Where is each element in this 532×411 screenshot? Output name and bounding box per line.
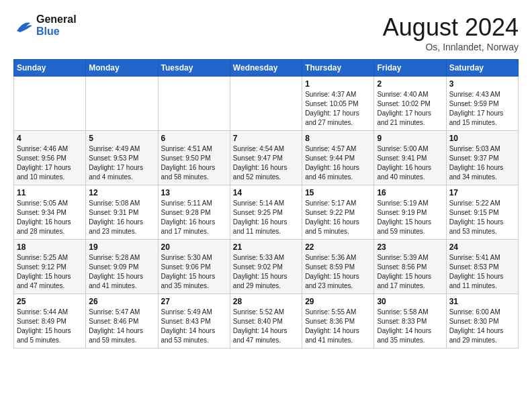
calendar-cell: 3Sunrise: 4:43 AM Sunset: 9:59 PM Daylig… — [446, 77, 518, 131]
calendar-table: SundayMondayTuesdayWednesdayThursdayFrid… — [13, 59, 519, 349]
day-info: Sunrise: 5:52 AM Sunset: 8:40 PM Dayligh… — [233, 308, 299, 345]
day-info: Sunrise: 5:33 AM Sunset: 9:02 PM Dayligh… — [233, 253, 299, 291]
calendar-cell: 30Sunrise: 5:58 AM Sunset: 8:33 PM Dayli… — [374, 294, 446, 349]
day-number: 9 — [377, 134, 443, 143]
day-number: 20 — [161, 242, 227, 252]
weekday-header-sunday: Sunday — [14, 60, 86, 77]
day-info: Sunrise: 5:08 AM Sunset: 9:31 PM Dayligh… — [89, 199, 154, 236]
logo: General Blue — [13, 13, 77, 38]
weekday-header-saturday: Saturday — [446, 60, 518, 77]
calendar-cell: 17Sunrise: 5:22 AM Sunset: 9:15 PM Dayli… — [446, 185, 518, 240]
day-info: Sunrise: 5:47 AM Sunset: 8:46 PM Dayligh… — [89, 308, 154, 345]
day-number: 27 — [161, 297, 227, 306]
day-info: Sunrise: 4:51 AM Sunset: 9:50 PM Dayligh… — [161, 144, 227, 182]
day-number: 31 — [449, 297, 515, 306]
calendar-cell: 29Sunrise: 5:55 AM Sunset: 8:36 PM Dayli… — [302, 294, 374, 349]
day-number: 21 — [233, 242, 299, 252]
calendar-cell: 19Sunrise: 5:28 AM Sunset: 9:09 PM Dayli… — [86, 240, 158, 294]
logo-text: General Blue — [36, 13, 77, 38]
day-number: 25 — [17, 297, 83, 306]
calendar-cell: 5Sunrise: 4:49 AM Sunset: 9:53 PM Daylig… — [86, 131, 158, 185]
weekday-header-tuesday: Tuesday — [158, 60, 230, 77]
weekday-header-row: SundayMondayTuesdayWednesdayThursdayFrid… — [14, 60, 519, 77]
day-number: 18 — [17, 242, 83, 252]
logo-icon — [13, 17, 34, 34]
calendar-cell: 7Sunrise: 4:54 AM Sunset: 9:47 PM Daylig… — [230, 131, 302, 185]
calendar-cell: 31Sunrise: 6:00 AM Sunset: 8:30 PM Dayli… — [446, 294, 518, 349]
day-number: 16 — [377, 188, 443, 197]
day-number: 14 — [233, 188, 299, 197]
calendar-cell: 9Sunrise: 5:00 AM Sunset: 9:41 PM Daylig… — [374, 131, 446, 185]
day-number: 11 — [17, 188, 83, 197]
day-number: 19 — [89, 242, 154, 252]
day-info: Sunrise: 6:00 AM Sunset: 8:30 PM Dayligh… — [449, 308, 515, 345]
location-subtitle: Os, Innlandet, Norway — [383, 42, 519, 52]
week-row-3: 11Sunrise: 5:05 AM Sunset: 9:34 PM Dayli… — [14, 185, 519, 240]
weekday-header-friday: Friday — [374, 60, 446, 77]
day-info: Sunrise: 4:46 AM Sunset: 9:56 PM Dayligh… — [17, 144, 83, 182]
calendar-cell: 24Sunrise: 5:41 AM Sunset: 8:53 PM Dayli… — [446, 240, 518, 294]
weekday-header-thursday: Thursday — [302, 60, 374, 77]
calendar-cell: 6Sunrise: 4:51 AM Sunset: 9:50 PM Daylig… — [158, 131, 230, 185]
day-info: Sunrise: 4:49 AM Sunset: 9:53 PM Dayligh… — [89, 144, 154, 182]
day-info: Sunrise: 5:44 AM Sunset: 8:49 PM Dayligh… — [17, 308, 83, 345]
weekday-header-monday: Monday — [86, 60, 158, 77]
calendar-cell — [230, 77, 302, 131]
calendar-cell: 22Sunrise: 5:36 AM Sunset: 8:59 PM Dayli… — [302, 240, 374, 294]
calendar-cell: 11Sunrise: 5:05 AM Sunset: 9:34 PM Dayli… — [14, 185, 86, 240]
month-year-title: August 2024 — [383, 13, 519, 42]
day-info: Sunrise: 5:58 AM Sunset: 8:33 PM Dayligh… — [377, 308, 443, 345]
day-number: 24 — [449, 242, 515, 252]
day-number: 2 — [377, 79, 443, 89]
week-row-1: 1Sunrise: 4:37 AM Sunset: 10:05 PM Dayli… — [14, 77, 519, 131]
day-info: Sunrise: 4:37 AM Sunset: 10:05 PM Daylig… — [305, 90, 371, 128]
calendar-cell: 26Sunrise: 5:47 AM Sunset: 8:46 PM Dayli… — [86, 294, 158, 349]
calendar-cell — [14, 77, 86, 131]
day-number: 1 — [305, 79, 371, 89]
calendar-cell: 2Sunrise: 4:40 AM Sunset: 10:02 PM Dayli… — [374, 77, 446, 131]
day-info: Sunrise: 5:03 AM Sunset: 9:37 PM Dayligh… — [449, 144, 515, 182]
day-info: Sunrise: 5:22 AM Sunset: 9:15 PM Dayligh… — [449, 199, 515, 236]
calendar-cell: 4Sunrise: 4:46 AM Sunset: 9:56 PM Daylig… — [14, 131, 86, 185]
calendar-cell: 21Sunrise: 5:33 AM Sunset: 9:02 PM Dayli… — [230, 240, 302, 294]
calendar-cell: 1Sunrise: 4:37 AM Sunset: 10:05 PM Dayli… — [302, 77, 374, 131]
day-number: 10 — [449, 134, 515, 143]
day-number: 17 — [449, 188, 515, 197]
day-info: Sunrise: 5:30 AM Sunset: 9:06 PM Dayligh… — [161, 253, 227, 291]
calendar-cell: 28Sunrise: 5:52 AM Sunset: 8:40 PM Dayli… — [230, 294, 302, 349]
day-info: Sunrise: 5:19 AM Sunset: 9:19 PM Dayligh… — [377, 199, 443, 236]
week-row-4: 18Sunrise: 5:25 AM Sunset: 9:12 PM Dayli… — [14, 240, 519, 294]
title-block: August 2024 Os, Innlandet, Norway — [383, 13, 519, 52]
calendar-cell: 8Sunrise: 4:57 AM Sunset: 9:44 PM Daylig… — [302, 131, 374, 185]
calendar-cell: 20Sunrise: 5:30 AM Sunset: 9:06 PM Dayli… — [158, 240, 230, 294]
day-number: 30 — [377, 297, 443, 306]
day-info: Sunrise: 5:05 AM Sunset: 9:34 PM Dayligh… — [17, 199, 83, 236]
page-header: General Blue August 2024 Os, Innlandet, … — [13, 13, 519, 52]
calendar-cell: 10Sunrise: 5:03 AM Sunset: 9:37 PM Dayli… — [446, 131, 518, 185]
day-info: Sunrise: 4:43 AM Sunset: 9:59 PM Dayligh… — [449, 90, 515, 128]
day-info: Sunrise: 5:11 AM Sunset: 9:28 PM Dayligh… — [161, 199, 227, 236]
week-row-5: 25Sunrise: 5:44 AM Sunset: 8:49 PM Dayli… — [14, 294, 519, 349]
day-number: 28 — [233, 297, 299, 306]
day-number: 26 — [89, 297, 154, 306]
day-number: 12 — [89, 188, 154, 197]
day-info: Sunrise: 4:40 AM Sunset: 10:02 PM Daylig… — [377, 90, 443, 128]
day-info: Sunrise: 5:49 AM Sunset: 8:43 PM Dayligh… — [161, 308, 227, 345]
day-number: 13 — [161, 188, 227, 197]
calendar-cell: 13Sunrise: 5:11 AM Sunset: 9:28 PM Dayli… — [158, 185, 230, 240]
calendar-cell: 16Sunrise: 5:19 AM Sunset: 9:19 PM Dayli… — [374, 185, 446, 240]
calendar-cell: 23Sunrise: 5:39 AM Sunset: 8:56 PM Dayli… — [374, 240, 446, 294]
day-info: Sunrise: 5:55 AM Sunset: 8:36 PM Dayligh… — [305, 308, 371, 345]
day-info: Sunrise: 5:00 AM Sunset: 9:41 PM Dayligh… — [377, 144, 443, 182]
weekday-header-wednesday: Wednesday — [230, 60, 302, 77]
calendar-cell: 25Sunrise: 5:44 AM Sunset: 8:49 PM Dayli… — [14, 294, 86, 349]
day-number: 3 — [449, 79, 515, 89]
day-number: 7 — [233, 134, 299, 143]
calendar-cell — [86, 77, 158, 131]
day-number: 22 — [305, 242, 371, 252]
day-info: Sunrise: 5:28 AM Sunset: 9:09 PM Dayligh… — [89, 253, 154, 291]
week-row-2: 4Sunrise: 4:46 AM Sunset: 9:56 PM Daylig… — [14, 131, 519, 185]
day-info: Sunrise: 5:41 AM Sunset: 8:53 PM Dayligh… — [449, 253, 515, 291]
day-info: Sunrise: 5:25 AM Sunset: 9:12 PM Dayligh… — [17, 253, 83, 291]
day-info: Sunrise: 4:57 AM Sunset: 9:44 PM Dayligh… — [305, 144, 371, 182]
